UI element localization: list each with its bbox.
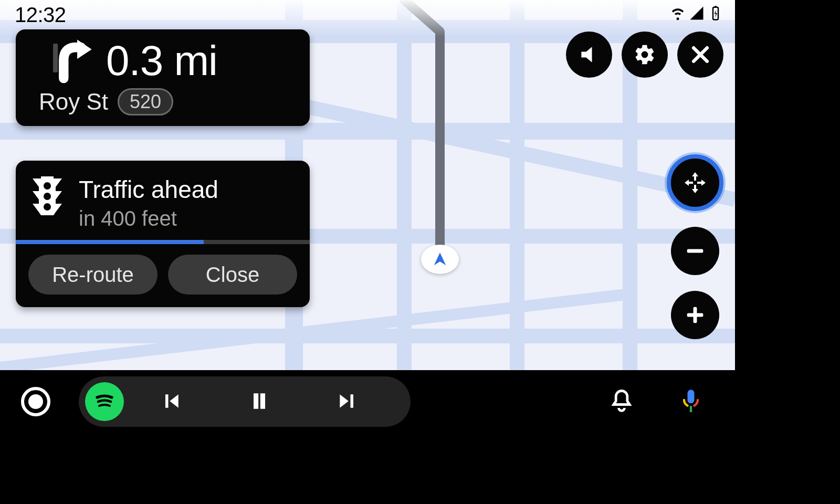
pause-button[interactable] — [218, 381, 300, 423]
alert-progress-fill — [16, 240, 204, 244]
alert-card: Traffic ahead in 400 feet Re-route Close — [16, 161, 310, 307]
mute-button[interactable] — [566, 32, 612, 78]
alert-title: Traffic ahead — [79, 175, 218, 204]
bell-icon — [608, 387, 635, 416]
traffic-light-icon — [30, 175, 64, 216]
assistant-mic-icon — [677, 387, 705, 416]
svg-point-7 — [44, 203, 51, 211]
skip-next-icon — [336, 390, 359, 414]
assistant-button[interactable] — [668, 379, 714, 425]
current-position-marker — [421, 245, 459, 274]
svg-rect-8 — [687, 249, 704, 253]
svg-point-5 — [44, 182, 51, 190]
bottom-bar — [0, 370, 735, 433]
spotify-icon[interactable] — [85, 382, 124, 421]
reroute-button[interactable]: Re-route — [28, 255, 158, 295]
turn-street: Roy St — [39, 89, 108, 115]
exit-nav-button[interactable] — [677, 32, 723, 78]
app-viewport: 12:32 — [0, 0, 735, 433]
gear-icon — [633, 43, 656, 66]
zoom-in-button[interactable] — [671, 291, 719, 339]
skip-previous-icon — [160, 390, 183, 414]
pan-icon — [682, 170, 708, 195]
svg-rect-4 — [53, 44, 58, 72]
previous-track-button[interactable] — [130, 381, 212, 423]
plus-icon — [683, 303, 707, 327]
minus-icon — [683, 239, 707, 263]
alert-progress — [16, 240, 310, 244]
turn-right-icon — [47, 37, 96, 85]
alert-subtitle: in 400 feet — [79, 207, 218, 230]
route-shield: 520 — [118, 88, 173, 116]
settings-button[interactable] — [622, 32, 668, 78]
svg-point-6 — [44, 193, 51, 200]
pause-icon — [248, 390, 271, 414]
home-circle-icon — [28, 394, 43, 409]
zoom-out-button[interactable] — [671, 227, 719, 275]
turn-card: 0.3 mi Roy St 520 — [16, 29, 310, 126]
svg-rect-10 — [694, 307, 697, 323]
close-alert-button[interactable]: Close — [168, 255, 297, 295]
media-controls — [79, 376, 411, 427]
pan-button[interactable] — [667, 154, 723, 211]
close-icon — [689, 43, 712, 66]
home-button[interactable] — [21, 387, 50, 416]
turn-distance: 0.3 mi — [106, 37, 217, 85]
volume-mute-icon — [578, 43, 601, 66]
notifications-button[interactable] — [598, 379, 645, 425]
next-track-button[interactable] — [307, 381, 388, 423]
